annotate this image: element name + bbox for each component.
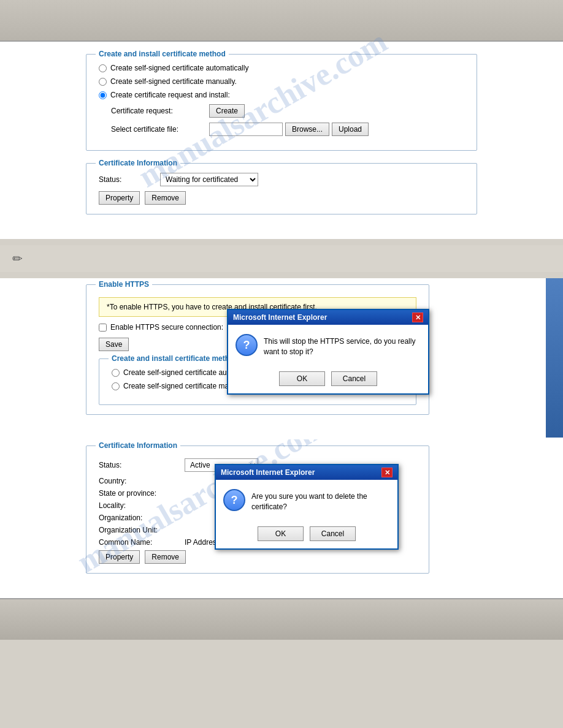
section-bottom: Certificate Information Status: Active C… bbox=[0, 439, 563, 598]
dialog1-buttons: OK Cancel bbox=[228, 366, 428, 393]
dialog2-ok-button[interactable]: OK bbox=[258, 526, 304, 541]
dialog2-close-button[interactable]: ✕ bbox=[381, 468, 393, 477]
remove-button-1[interactable]: Remove bbox=[145, 191, 186, 205]
save-button[interactable]: Save bbox=[99, 338, 129, 351]
radio-request[interactable] bbox=[99, 91, 107, 99]
create-install-box: Create and install certificate method Cr… bbox=[86, 54, 477, 151]
radio-row-3[interactable]: Create certificate request and install: bbox=[99, 91, 464, 99]
cert-info-buttons: Property Remove bbox=[99, 191, 464, 205]
create-button[interactable]: Create bbox=[209, 104, 245, 118]
bottom-bar bbox=[0, 598, 563, 640]
radio-manual-label: Create self-signed certificate manually. bbox=[110, 77, 237, 86]
cert-file-input[interactable] bbox=[209, 123, 283, 136]
https-checkbox-label: Enable HTTPS secure connection: bbox=[110, 323, 223, 332]
dialog2-cancel-button[interactable]: Cancel bbox=[310, 526, 356, 541]
browse-button[interactable]: Browse... bbox=[285, 123, 329, 136]
property-button-1[interactable]: Property bbox=[99, 191, 140, 205]
remove-button-2[interactable]: Remove bbox=[145, 550, 186, 564]
dialog1-ok-button[interactable]: OK bbox=[279, 371, 325, 386]
side-blue-bar bbox=[546, 278, 563, 438]
upload-button[interactable]: Upload bbox=[332, 123, 369, 136]
radio-row-2[interactable]: Create self-signed certificate manually. bbox=[99, 77, 464, 86]
status-select[interactable]: Waiting for certificated bbox=[160, 173, 258, 186]
dialog2-body: ? Are you sure you want to delete the ce… bbox=[216, 480, 397, 521]
status-row: Status: Waiting for certificated bbox=[99, 173, 464, 186]
delete-cert-dialog[interactable]: Microsoft Internet Explorer ✕ ? Are you … bbox=[215, 464, 399, 550]
dialog1-question-icon: ? bbox=[236, 334, 258, 356]
dialog2-message: Are you sure you want to delete the cert… bbox=[251, 489, 390, 512]
radio-row-1[interactable]: Create self-signed certificate automatic… bbox=[99, 64, 464, 72]
pencil-icon: ✏ bbox=[12, 251, 23, 266]
cert-info-box: Certificate Information Status: Waiting … bbox=[86, 163, 477, 214]
cert-request-label: Certificate request: bbox=[111, 107, 209, 115]
dialog1-titlebar: Microsoft Internet Explorer ✕ bbox=[228, 310, 428, 325]
dialog2-title: Microsoft Internet Explorer bbox=[221, 468, 315, 477]
dialog1-title: Microsoft Internet Explorer bbox=[233, 313, 327, 322]
cert-info-legend-2: Certificate Information bbox=[96, 441, 180, 450]
enable-https-legend: Enable HTTPS bbox=[96, 280, 152, 289]
status-label-2: Status: bbox=[99, 461, 185, 469]
common-name-label: Common Name: bbox=[99, 538, 185, 547]
dialog2-buttons: OK Cancel bbox=[216, 521, 397, 548]
locality-label: Locality: bbox=[99, 501, 185, 510]
cert-info-legend: Certificate Information bbox=[96, 159, 180, 167]
https-checkbox[interactable] bbox=[99, 324, 107, 332]
org-label: Organization: bbox=[99, 514, 185, 522]
select-cert-label: Select certificate file: bbox=[111, 125, 209, 134]
radio-manual[interactable] bbox=[99, 78, 107, 86]
dialog1-body: ? This will stop the HTTPS service, do y… bbox=[228, 325, 428, 366]
top-bar bbox=[0, 0, 563, 42]
dialog1-message: This will stop the HTTPS service, do you… bbox=[264, 334, 421, 357]
radio-request-label: Create certificate request and install: bbox=[110, 91, 230, 99]
stop-https-dialog[interactable]: Microsoft Internet Explorer ✕ ? This wil… bbox=[227, 309, 429, 395]
radio-auto[interactable] bbox=[99, 64, 107, 72]
cert-request-row: Certificate request: Create bbox=[111, 104, 464, 118]
cert-info-buttons-2: Property Remove bbox=[99, 550, 416, 564]
section-middle: Enable HTTPS *To enable HTTPS, you have … bbox=[0, 278, 563, 439]
radio-auto-2[interactable] bbox=[112, 369, 120, 377]
dialog1-close-button[interactable]: ✕ bbox=[412, 313, 423, 322]
create-install-legend-2: Create and install certificate method bbox=[109, 354, 242, 363]
dialog2-question-icon: ? bbox=[223, 489, 245, 511]
radio-manual-2[interactable] bbox=[112, 382, 120, 390]
property-button-2[interactable]: Property bbox=[99, 550, 140, 564]
org-unit-label: Organization Unit: bbox=[99, 526, 185, 534]
state-label: State or province: bbox=[99, 489, 185, 498]
section-top: Create and install certificate method Cr… bbox=[0, 42, 563, 239]
dialog1-cancel-button[interactable]: Cancel bbox=[331, 371, 377, 386]
dialog2-titlebar: Microsoft Internet Explorer ✕ bbox=[216, 465, 397, 480]
select-cert-row: Select certificate file: Browse... Uploa… bbox=[111, 123, 464, 136]
status-label: Status: bbox=[99, 175, 160, 184]
create-install-legend: Create and install certificate method bbox=[96, 50, 229, 58]
radio-auto-label: Create self-signed certificate automatic… bbox=[110, 64, 248, 72]
edit-bar: ✏ bbox=[0, 245, 563, 272]
country-label: Country: bbox=[99, 477, 185, 485]
